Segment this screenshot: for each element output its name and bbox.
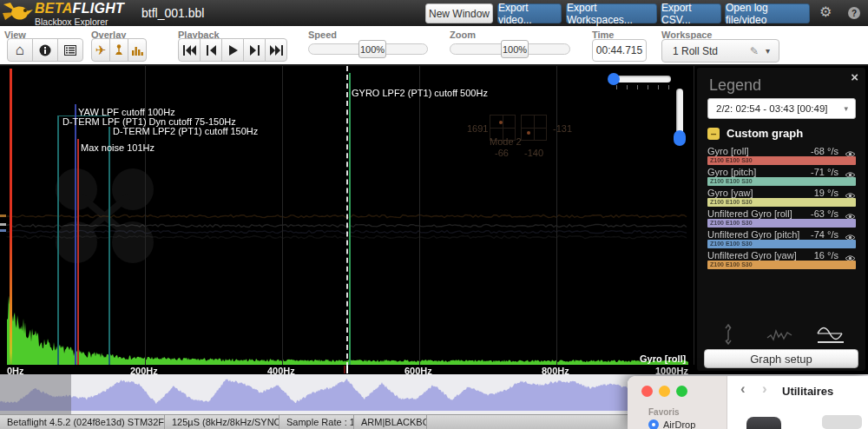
- seek-bar-viewport[interactable]: [0, 374, 71, 414]
- max-noise-line: [77, 139, 79, 365]
- logo-beta: BETA: [35, 1, 73, 16]
- cursor-marker-red: [344, 366, 345, 373]
- finder-sidebar: Favoris AirDrop: [628, 376, 727, 429]
- right-stick-box: [521, 115, 547, 141]
- finder-window[interactable]: Favoris AirDrop ‹ › Utilitaires: [628, 376, 868, 429]
- prev-frame-button[interactable]: [200, 38, 222, 62]
- expo-curve-icon[interactable]: [766, 327, 792, 346]
- speed-slider-handle[interactable]: 100%: [358, 40, 386, 58]
- legend-title: Legend: [709, 76, 761, 95]
- spectrum-analyser-graph[interactable]: GYRO LPF2 (PT1) cutoff 500Hz YAW LPF cut…: [0, 66, 868, 374]
- finder-toolbar-control[interactable]: [822, 415, 862, 429]
- graph-y-zoom-handle[interactable]: [674, 130, 686, 146]
- edit-pencil-icon[interactable]: ✎: [750, 45, 759, 57]
- favorites-section-label: Favoris: [648, 407, 680, 417]
- logo-subtitle: Blackbox Explorer: [35, 17, 124, 27]
- export-video-button[interactable]: Export video...: [497, 3, 562, 23]
- play-button[interactable]: [221, 38, 244, 62]
- stick-mode-label: Mode 2: [490, 136, 522, 147]
- next-frame-button[interactable]: [243, 38, 266, 62]
- graph-setup-button[interactable]: Graph setup: [704, 349, 858, 368]
- close-icon[interactable]: ×: [851, 69, 858, 84]
- zoom-group-label: Zoom: [450, 30, 476, 40]
- gyro-lpf2-annotation: GYRO LPF2 (PT1) cutoff 500Hz: [352, 88, 488, 98]
- table-view-button[interactable]: [57, 38, 83, 62]
- stick-icon: [114, 44, 124, 56]
- new-window-button[interactable]: New Window: [425, 3, 493, 23]
- entry-settings: Z100 E100 S30: [710, 261, 753, 267]
- collapse-minus-icon[interactable]: –: [707, 128, 720, 140]
- legend-entry-unfiltered-pitch[interactable]: Unfiltered Gyro [pitch] -74 °/s Z100 E10…: [707, 229, 856, 248]
- chevron-down-icon: ▾: [844, 104, 848, 113]
- export-workspaces-button[interactable]: Export Workspaces...: [566, 3, 657, 23]
- entry-value: -71 °/s: [811, 167, 838, 177]
- utilities-app-icon[interactable]: [746, 417, 781, 429]
- log-info-button[interactable]: [32, 38, 58, 62]
- dterm-lpf2-line: [108, 127, 110, 365]
- export-csv-button[interactable]: Export CSV...: [661, 3, 721, 23]
- jump-start-button[interactable]: [178, 38, 201, 62]
- log-filename: btfl_001.bbl: [141, 6, 204, 20]
- back-chevron-icon[interactable]: ‹: [740, 380, 746, 398]
- entry-color-bar: Z100 E100 S30: [707, 156, 856, 165]
- play-icon: [228, 45, 238, 56]
- entry-name: Gyro [yaw]: [707, 188, 753, 198]
- speed-group-label: Speed: [308, 30, 337, 40]
- legend-entry-gyro-pitch[interactable]: Gyro [pitch] -71 °/s Z100 E100 S30: [707, 167, 856, 186]
- entry-value: -74 °/s: [811, 229, 838, 240]
- settings-gear-icon[interactable]: ⚙: [819, 3, 832, 20]
- workspace-value: 1 Roll Std: [673, 45, 750, 57]
- craft-overlay-button[interactable]: ✈: [91, 38, 110, 62]
- zero-hz-peak-bar: [10, 69, 12, 365]
- legend-entry-unfiltered-roll[interactable]: Unfiltered Gyro [roll] -63 °/s Z100 E100…: [707, 208, 856, 228]
- entry-name: Unfiltered Gyro [roll]: [707, 208, 792, 219]
- jump-end-button[interactable]: [265, 38, 287, 62]
- legend-entry-gyro-yaw[interactable]: Gyro [yaw] 19 °/s Z100 E100 S30: [707, 188, 856, 207]
- view-button-group: ⌂: [7, 38, 83, 62]
- stick-right-value: -140: [524, 148, 543, 158]
- sticks-overlay-button[interactable]: [109, 38, 128, 62]
- zoom-vertical-icon[interactable]: [719, 324, 738, 348]
- minimize-traffic-light[interactable]: [659, 386, 670, 397]
- zoom-slider-handle[interactable]: 100%: [501, 40, 529, 58]
- custom-graph-toggle[interactable]: – Custom graph: [707, 127, 803, 140]
- spectrum-bars-icon: [132, 45, 143, 56]
- legend-entry-gyro-roll[interactable]: Gyro [roll] -68 °/s Z100 E100 S30: [707, 146, 856, 165]
- gridline-800hz: [556, 66, 557, 365]
- time-input[interactable]: 00:44.715: [592, 39, 647, 62]
- open-log-button[interactable]: Open log file/video: [725, 3, 810, 23]
- graph-x-zoom-ticks: [616, 85, 670, 89]
- workspace-selector[interactable]: 1 Roll Std ✎ ▾: [661, 39, 779, 63]
- workspace-caret-icon[interactable]: ▾: [766, 46, 770, 56]
- log-range-select[interactable]: 2/2: 02:54 - 03:43 [00:49] ▾: [707, 98, 856, 119]
- forward-chevron-icon[interactable]: ›: [762, 380, 767, 398]
- trace-field-label: Gyro [roll]: [640, 353, 686, 364]
- step-forward-icon: [250, 45, 260, 56]
- entry-settings: Z100 E100 S30: [710, 199, 753, 205]
- active-tool-underline: [818, 341, 844, 343]
- left-stick-dot: [499, 121, 503, 124]
- entry-color-bar: Z100 E100 S30: [707, 240, 856, 248]
- home-view-button[interactable]: ⌂: [7, 38, 33, 62]
- spectrum-cursor[interactable]: [346, 66, 348, 367]
- legend-entry-unfiltered-yaw[interactable]: Unfiltered Gyro [yaw] 16 °/s Z100 E100 S…: [707, 250, 856, 269]
- entry-value: 16 °/s: [814, 250, 838, 261]
- trace-mark-orange: [0, 214, 6, 217]
- legend-panel: × Legend 2/2: 02:54 - 03:43 [00:49] ▾ – …: [697, 68, 865, 371]
- entry-settings: Z100 E100 S30: [710, 220, 753, 226]
- analyser-overlay-button[interactable]: [128, 38, 147, 62]
- help-icon[interactable]: ?: [848, 7, 860, 19]
- entry-color-bar: Z100 E100 S30: [707, 177, 856, 186]
- zoom-traffic-light[interactable]: [676, 386, 687, 397]
- skip-to-start-icon: [183, 45, 196, 56]
- gridline-1000hz: [694, 66, 694, 365]
- entry-settings: Z100 E100 S30: [710, 157, 753, 163]
- header-bar: BETAFLIGHT Blackbox Explorer btfl_001.bb…: [0, 0, 868, 26]
- home-icon: ⌂: [16, 43, 24, 57]
- close-traffic-light[interactable]: [641, 386, 653, 397]
- sidebar-item-airdrop[interactable]: AirDrop: [648, 419, 695, 429]
- betaflight-logo-icon: [2, 1, 33, 25]
- graph-x-zoom-handle[interactable]: [608, 73, 620, 85]
- firmware-version-status: Betaflight 4.5.2 (024f8e13d) STM32F7X2: [0, 415, 165, 429]
- entry-settings: Z100 E100 S30: [710, 178, 753, 184]
